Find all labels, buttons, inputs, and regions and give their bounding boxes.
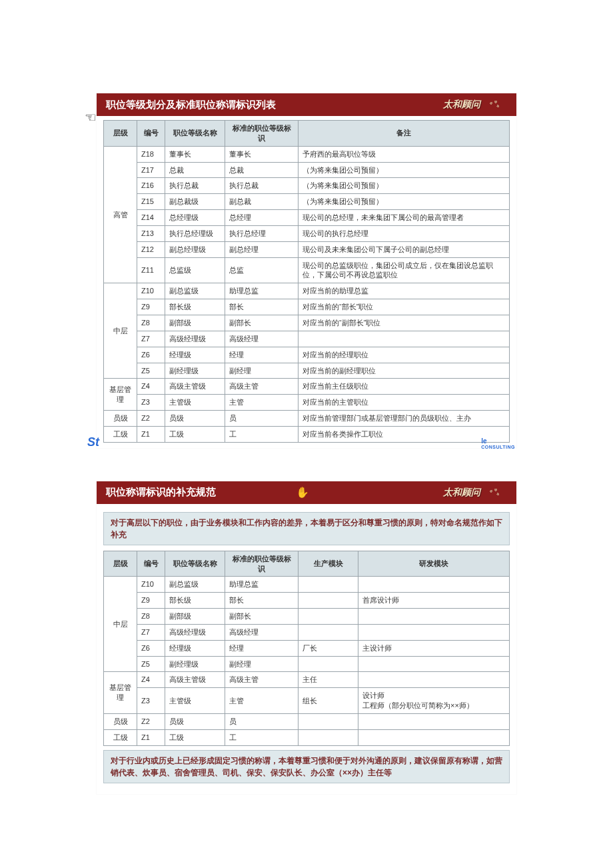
table-cell: Z9 <box>137 593 165 609</box>
table-header: 编号 <box>137 551 165 577</box>
table-cell: Z13 <box>137 225 165 241</box>
table-cell: 董事长 <box>165 146 225 162</box>
table-cell: 厂长 <box>299 640 358 656</box>
table-cell: 副部级 <box>165 315 225 331</box>
table-cell: 总监 <box>225 257 299 283</box>
table-cell: Z12 <box>137 241 165 257</box>
table-cell: （为将来集团公司预留） <box>299 178 510 194</box>
table-cell: 副总裁 <box>225 194 299 210</box>
table-cell: 副总裁级 <box>165 194 225 210</box>
table-cell: 主管级 <box>165 688 225 714</box>
table-row: 基层管理Z4高级主管级高级主管主任 <box>104 672 510 688</box>
table-cell: 董事长 <box>225 146 299 162</box>
table-cell: Z4 <box>137 379 165 395</box>
table-cell: 工 <box>225 729 299 745</box>
table-row: Z17总裁总裁（为将来集团公司预留） <box>104 162 510 178</box>
table-cell: 高级主管 <box>225 379 299 395</box>
table-cell: 主任 <box>299 672 358 688</box>
table-row: Z15副总裁级副总裁（为将来集团公司预留） <box>104 194 510 210</box>
level-cell: 工级 <box>104 426 137 442</box>
slide-1-title: 职位等级划分及标准职位称谓标识列表 <box>106 99 276 111</box>
slide-2: 职位称谓标识的补充规范 ✋ 太和顾问 对于高层以下的职位，由于业务模块和工作内容… <box>97 481 516 794</box>
table-cell: Z16 <box>137 178 165 194</box>
table-row: Z16执行总裁执行总裁（为将来集团公司预留） <box>104 178 510 194</box>
table-cell: Z2 <box>137 714 165 730</box>
table-cell <box>358 729 510 745</box>
table-cell: 对应当前的“副部长”职位 <box>299 315 510 331</box>
table-cell: Z6 <box>137 347 165 363</box>
table-row: 工级Z1工级工对应当前各类操作工职位 <box>104 426 510 442</box>
table-cell: Z14 <box>137 210 165 226</box>
table-cell: 员级 <box>165 714 225 730</box>
table-row: Z3主管级主管对应当前的主管职位 <box>104 395 510 411</box>
slide-2-title-bar: 职位称谓标识的补充规范 ✋ 太和顾问 <box>97 481 516 504</box>
table-cell: 执行总经理 <box>225 225 299 241</box>
table-row: Z9部长级部长对应当前的“部长”职位 <box>104 299 510 315</box>
table-row: 高管Z18董事长董事长予府西的最高职位等级 <box>104 146 510 162</box>
table-cell: 执行总经理级 <box>165 225 225 241</box>
table-cell: Z7 <box>137 331 165 347</box>
table-cell: 员 <box>225 714 299 730</box>
table-header: 职位等级名称 <box>165 121 225 147</box>
table-header: 标准的职位等级标识 <box>225 121 299 147</box>
table-cell: 组长 <box>299 688 358 714</box>
position-level-table: 层级编号职位等级名称标准的职位等级标识备注高管Z18董事长董事长予府西的最高职位… <box>103 120 510 443</box>
table-cell <box>358 656 510 672</box>
table-cell: 副总经理 <box>225 241 299 257</box>
table-cell: 对应当前管理部门或基层管理部门的员级职位、主办 <box>299 411 510 427</box>
table-cell: 总经理 <box>225 210 299 226</box>
table-row: Z7高级经理级高级经理 <box>104 624 510 640</box>
table-cell: 高级经理级 <box>165 624 225 640</box>
table-row: 员级Z2员级员对应当前管理部门或基层管理部门的员级职位、主办 <box>104 411 510 427</box>
table-cell: 对应当前的助理总监 <box>299 283 510 299</box>
level-cell: 中层 <box>104 577 137 672</box>
brand-label: 太和顾问 <box>443 97 507 112</box>
table-cell: 经理级 <box>165 640 225 656</box>
table-cell: Z3 <box>137 688 165 714</box>
table-cell: 对应当前主任级职位 <box>299 379 510 395</box>
brand-deco-icon <box>484 97 507 112</box>
table-row: Z6经理级经理厂长主设计师 <box>104 640 510 656</box>
table-cell: Z11 <box>137 257 165 283</box>
table-cell: Z1 <box>137 426 165 442</box>
table-cell: Z7 <box>137 624 165 640</box>
table-cell: Z8 <box>137 609 165 625</box>
slide-1-title-bar: 职位等级划分及标准职位称谓标识列表 太和顾问 <box>97 93 516 116</box>
table-cell: 助理总监 <box>225 577 299 593</box>
table-row: Z3主管级主管组长设计师 工程师（部分职位可简称为××师） <box>104 688 510 714</box>
table-cell: 高级主管级 <box>165 379 225 395</box>
table-cell: 执行总裁 <box>225 178 299 194</box>
table-cell: 工级 <box>165 729 225 745</box>
table-cell <box>299 577 358 593</box>
table-cell: 员 <box>225 411 299 427</box>
table-cell <box>299 331 510 347</box>
pointer-cursor-icon: ☜ <box>85 109 97 125</box>
table-cell <box>299 624 358 640</box>
table-header: 标准的职位等级标识 <box>225 551 299 577</box>
table-cell: 设计师 工程师（部分职位可简称为××师） <box>358 688 510 714</box>
table-cell: 部长级 <box>165 593 225 609</box>
table-cell <box>358 624 510 640</box>
table-header: 生产模块 <box>299 551 358 577</box>
table-cell: Z18 <box>137 146 165 162</box>
table-cell: 对应当前的经理职位 <box>299 347 510 363</box>
table-row: 中层Z10副总监级助理总监对应当前的助理总监 <box>104 283 510 299</box>
table-row: 中层Z10副总监级助理总监 <box>104 577 510 593</box>
table-cell <box>358 672 510 688</box>
table-row: Z8副部级副部长 <box>104 609 510 625</box>
table-cell <box>299 729 358 745</box>
slide-2-title: 职位称谓标识的补充规范 <box>106 486 216 499</box>
table-cell: 主管 <box>225 395 299 411</box>
table-cell <box>299 656 358 672</box>
table-cell: 总经理级 <box>165 210 225 226</box>
brand-label: 太和顾问 <box>443 485 507 500</box>
table-header: 层级 <box>104 551 137 577</box>
table-cell: 总裁 <box>165 162 225 178</box>
level-cell: 基层管理 <box>104 379 137 411</box>
table-cell: 总监级 <box>165 257 225 283</box>
table-cell: 现公司的执行总经理 <box>299 225 510 241</box>
table-cell: 副总经理级 <box>165 241 225 257</box>
table-row: 基层管理Z4高级主管级高级主管对应当前主任级职位 <box>104 379 510 395</box>
table-cell: 经理 <box>225 640 299 656</box>
table-row: Z9部长级部长首席设计师 <box>104 593 510 609</box>
